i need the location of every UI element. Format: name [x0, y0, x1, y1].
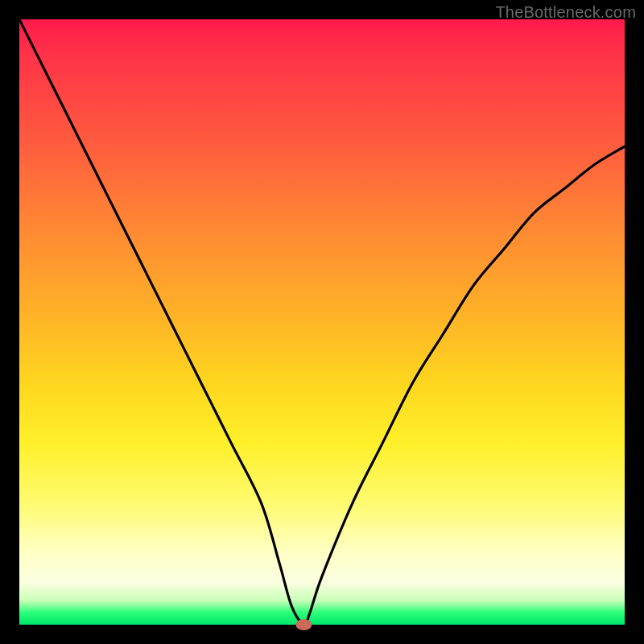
- plot-area: [19, 19, 625, 625]
- bottleneck-curve: [19, 19, 625, 625]
- chart-frame: TheBottleneck.com: [0, 0, 644, 644]
- optimum-marker: [295, 619, 312, 630]
- curve-path: [19, 19, 625, 625]
